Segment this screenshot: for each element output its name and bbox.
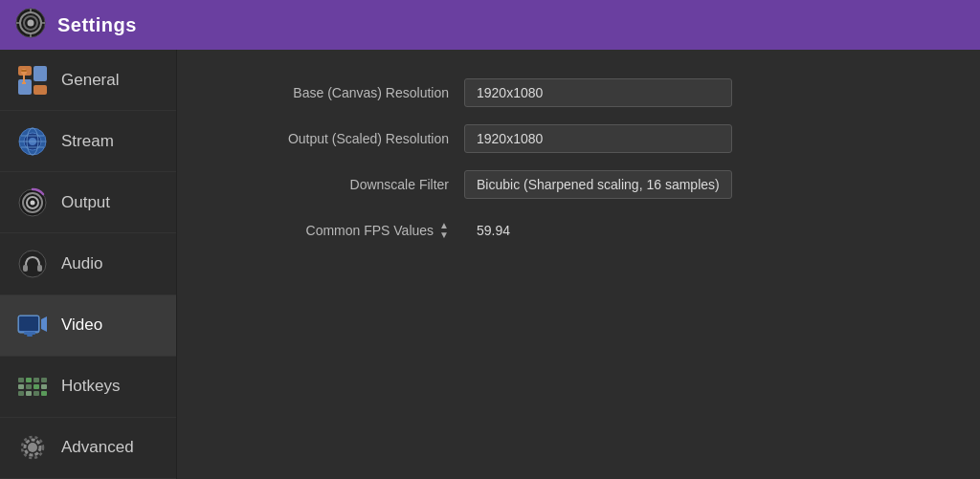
sidebar-label-stream: Stream [61, 132, 114, 151]
svg-point-3 [28, 20, 34, 27]
label-fps-values: Common FPS Values ▲ ▼ [215, 221, 464, 240]
sidebar: General Stream [0, 50, 177, 479]
label-output-resolution: Output (Scaled) Resolution [215, 131, 464, 146]
svg-rect-38 [41, 378, 47, 382]
fps-spinner-arrows[interactable]: ▲ ▼ [439, 221, 449, 240]
svg-rect-45 [33, 391, 39, 396]
row-fps-values: Common FPS Values ▲ ▼ 59.94 [215, 216, 942, 245]
svg-point-27 [19, 250, 46, 277]
sidebar-item-general[interactable]: General [0, 50, 176, 111]
sidebar-label-advanced: Advanced [61, 438, 134, 457]
output-icon [15, 185, 50, 220]
svg-rect-43 [18, 391, 24, 396]
value-fps: 59.94 [464, 216, 732, 245]
svg-rect-37 [33, 378, 39, 382]
svg-rect-42 [41, 384, 47, 389]
advanced-icon [15, 430, 50, 465]
svg-point-47 [28, 443, 37, 452]
hotkeys-icon [15, 369, 50, 403]
obs-logo [15, 8, 46, 42]
svg-rect-11 [33, 85, 47, 95]
audio-icon [15, 247, 50, 281]
svg-rect-13 [21, 70, 27, 72]
label-base-resolution: Base (Canvas) Resolution [215, 85, 464, 100]
sidebar-item-hotkeys[interactable]: Hotkeys [0, 357, 176, 418]
value-downscale-filter[interactable]: Bicubic (Sharpened scaling, 16 samples) [464, 170, 732, 199]
svg-rect-36 [26, 378, 32, 382]
svg-rect-35 [18, 378, 24, 382]
svg-rect-33 [24, 332, 35, 335]
svg-rect-44 [26, 391, 32, 396]
sidebar-label-audio: Audio [61, 254, 102, 273]
row-output-resolution: Output (Scaled) Resolution 1920x1080 [215, 124, 942, 153]
sidebar-label-output: Output [61, 193, 110, 212]
sidebar-item-video[interactable]: Video [0, 295, 176, 357]
svg-point-26 [31, 200, 35, 205]
svg-rect-10 [33, 66, 47, 81]
svg-marker-32 [41, 316, 47, 332]
row-base-resolution: Base (Canvas) Resolution 1920x1080 [215, 78, 942, 107]
svg-rect-46 [41, 391, 47, 396]
svg-rect-31 [19, 316, 38, 331]
content-area: Base (Canvas) Resolution 1920x1080 Outpu… [177, 50, 980, 479]
value-base-resolution[interactable]: 1920x1080 [464, 78, 732, 107]
svg-rect-41 [33, 384, 39, 389]
sidebar-item-output[interactable]: Output [0, 172, 176, 233]
svg-rect-28 [23, 265, 28, 272]
sidebar-label-hotkeys: Hotkeys [61, 377, 120, 396]
sidebar-label-video: Video [61, 316, 102, 335]
svg-rect-39 [18, 384, 24, 389]
sidebar-item-advanced[interactable]: Advanced [0, 418, 176, 479]
main-container: General Stream [0, 50, 980, 479]
general-icon [15, 63, 50, 98]
window-title: Settings [57, 14, 137, 36]
sidebar-label-general: General [61, 71, 119, 90]
svg-rect-29 [37, 265, 42, 272]
label-downscale-filter: Downscale Filter [215, 177, 464, 192]
value-output-resolution[interactable]: 1920x1080 [464, 124, 732, 153]
sidebar-item-audio[interactable]: Audio [0, 233, 176, 294]
svg-rect-34 [27, 335, 33, 337]
row-downscale-filter: Downscale Filter Bicubic (Sharpened scal… [215, 170, 942, 199]
svg-rect-40 [26, 384, 32, 389]
stream-icon [15, 124, 50, 159]
sidebar-item-stream[interactable]: Stream [0, 111, 176, 172]
video-icon [15, 308, 50, 342]
title-bar: Settings [0, 0, 980, 50]
